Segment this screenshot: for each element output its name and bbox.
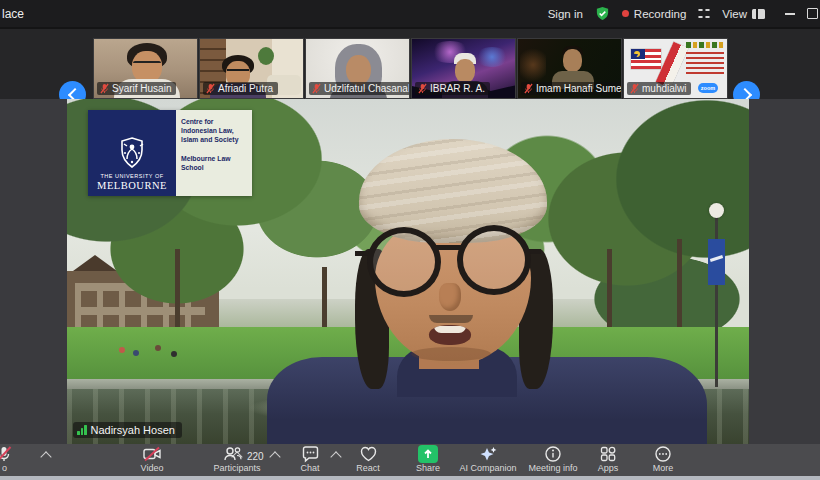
more-ellipsis-icon [654, 445, 672, 463]
participant-name-label: muhdialwi [627, 82, 691, 95]
view-label: View [722, 8, 747, 20]
warm-glow [520, 45, 546, 85]
person-on-lawn [155, 345, 161, 351]
lamp-globe [709, 203, 724, 218]
person-on-lawn [171, 351, 177, 357]
banner-on-lamp [708, 239, 725, 285]
galaxy-background [475, 47, 509, 67]
glasses-lens [367, 227, 441, 297]
share-screen-icon [418, 445, 438, 463]
participant-thumbnail[interactable]: Imam Hanafi Sumene... [517, 38, 622, 99]
participants-icon [223, 445, 243, 463]
glasses-bridge [435, 245, 463, 257]
heart-icon [359, 445, 378, 463]
meeting-toolbar: o Video Participants 220 [0, 444, 820, 476]
participant-name: muhdialwi [642, 83, 686, 94]
zoom-logo: zoom [698, 83, 718, 93]
recording-label: Recording [634, 8, 686, 20]
muted-mic-icon [100, 83, 109, 94]
university-sign: THE UNIVERSITY OF MELBOURNE Centre for I… [88, 110, 252, 196]
speaker-nose [439, 283, 461, 311]
webinar-banner-text [686, 52, 724, 76]
participants-filmstrip: Syarif Husain Afriadi Putra Udzlifatul C… [0, 27, 820, 101]
participant-thumbnail[interactable]: IBRAR R. A. [411, 38, 516, 99]
active-speaker-video[interactable]: THE UNIVERSITY OF MELBOURNE Centre for I… [67, 99, 749, 444]
video-off-icon [142, 445, 162, 463]
taskbar-edge [0, 476, 820, 480]
participant-name-label: Udzlifatul Chasanah [309, 82, 410, 95]
plant-shape [258, 47, 274, 65]
participant-name: Udzlifatul Chasanah [324, 83, 410, 94]
audio-label: o [0, 463, 46, 473]
video-button[interactable]: Video [110, 445, 194, 473]
glasses-shape [133, 61, 161, 71]
participant-name-label: Afriadi Putra [203, 82, 278, 95]
main-stage: THE UNIVERSITY OF MELBOURNE Centre for I… [0, 99, 820, 444]
malaysia-flag [631, 49, 661, 69]
connection-signal-icon [77, 425, 87, 435]
centre-text-panel: Centre for Indonesian Law, Islam and Soc… [176, 110, 252, 196]
participant-name: Syarif Husain [112, 83, 171, 94]
video-label: Video [110, 463, 194, 473]
muted-mic-icon [418, 83, 427, 94]
participant-name: IBRAR R. A. [430, 83, 485, 94]
speaker-mustache [429, 315, 473, 323]
school-line: Melbourne Law School [181, 154, 247, 172]
person-on-lawn [119, 347, 125, 353]
speaker-mouth [429, 325, 471, 345]
recording-indicator[interactable]: Recording [622, 8, 686, 20]
speaker-name: Nadirsyah Hosen [91, 424, 175, 436]
participant-thumbnail[interactable]: zoom muhdialwi [623, 38, 728, 99]
participant-name: Imam Hanafi Sumene... [536, 83, 622, 94]
sign-in-button[interactable]: Sign in [548, 8, 583, 20]
glasses-lens [457, 225, 531, 295]
participants-button[interactable]: Participants [195, 445, 279, 473]
info-icon [544, 445, 562, 463]
layout-view-icon [752, 9, 765, 19]
gallery-view-icon[interactable] [698, 8, 710, 20]
window-title: lace [2, 7, 24, 21]
window-titlebar: lace Sign in Recording View [0, 0, 820, 27]
participant-face [346, 55, 371, 85]
muted-mic-icon [312, 83, 321, 94]
chat-icon [301, 445, 320, 463]
apps-icon [599, 445, 617, 463]
restore-window-button[interactable] [807, 8, 818, 19]
participant-name-label: Imam Hanafi Sumene... [521, 82, 622, 95]
glasses-shape [227, 69, 249, 77]
chin-shadow [411, 347, 491, 361]
person-on-lawn [133, 350, 139, 356]
security-shield-icon[interactable] [595, 6, 610, 21]
view-button[interactable]: View [722, 8, 765, 20]
participants-count: 220 [247, 451, 264, 462]
university-name: MELBOURNE [97, 180, 167, 191]
more-label: More [621, 463, 705, 473]
participant-name: Afriadi Putra [218, 83, 273, 94]
ai-companion-icon [478, 445, 498, 463]
muted-mic-icon [206, 83, 215, 94]
speaker-name-label: Nadirsyah Hosen [73, 422, 182, 438]
participant-face [563, 49, 582, 72]
participants-label: Participants [195, 463, 279, 473]
muted-mic-icon [0, 445, 13, 463]
centre-line2: Islam and Society [181, 135, 247, 144]
participant-name-label: Syarif Husain [97, 82, 176, 95]
university-crest-panel: THE UNIVERSITY OF MELBOURNE [88, 110, 176, 196]
recording-dot-icon [622, 10, 629, 17]
melbourne-crest-icon [117, 137, 147, 169]
more-button[interactable]: More [621, 445, 705, 473]
muted-mic-icon [630, 83, 639, 94]
participant-name-label: IBRAR R. A. [415, 82, 490, 95]
university-subline: THE UNIVERSITY OF [100, 173, 163, 179]
muted-mic-icon [524, 83, 533, 94]
participant-face [455, 59, 475, 83]
centre-line1: Centre for Indonesian Law, [181, 117, 247, 135]
banner-logos [686, 42, 724, 48]
participant-thumbnail[interactable]: Syarif Husain [93, 38, 198, 99]
participant-thumbnail[interactable]: Afriadi Putra [199, 38, 304, 99]
participant-thumbnail[interactable]: Udzlifatul Chasanah [305, 38, 410, 99]
minimize-button[interactable] [785, 12, 795, 15]
audio-button[interactable]: o [0, 445, 46, 473]
